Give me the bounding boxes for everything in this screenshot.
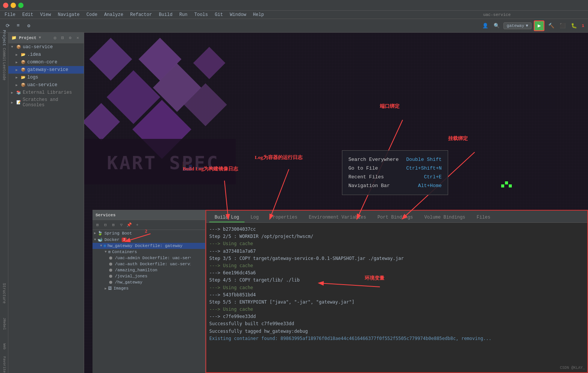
services-group-icon[interactable]: ⊞ — [110, 222, 117, 228]
shortcut-recent-key: Ctrl+E — [424, 174, 442, 180]
run-configuration[interactable]: gateway ▼ — [503, 22, 532, 29]
tree-idea[interactable]: ▶ 📂 .idea — [8, 51, 84, 58]
tree-root[interactable]: ▼ 📦 uac-service — [8, 43, 84, 51]
menu-build[interactable]: Build — [156, 11, 176, 18]
springboot-item[interactable]: ▶ 🍃 Spring Boot — [93, 230, 205, 236]
shortcut-goto-key: Ctrl+Shift+N — [406, 165, 442, 171]
tab-build-log[interactable]: Build Log — [209, 213, 245, 222]
menu-tools[interactable]: Tools — [191, 11, 211, 18]
services-collapse-icon[interactable]: ⊟ — [102, 222, 109, 228]
toolbar-build-icon[interactable]: 🔨 — [547, 21, 556, 30]
log-line-12: ---> c7fe99ee33dd — [209, 313, 584, 320]
tab-properties[interactable]: Properties — [265, 213, 303, 222]
uac-admin-item[interactable]: /uac-admin Dockerfile: uac-service/uac-s… — [93, 255, 205, 261]
scratch-arrow: ▶ — [10, 101, 14, 105]
shortcuts-popup: Search Everywhere Double Shift Go to Fil… — [342, 150, 448, 195]
services-pin-icon[interactable]: 📌 — [126, 222, 133, 228]
project-tab[interactable]: Project — [0, 34, 8, 42]
jovial-jones-item[interactable]: /jovial_jones — [93, 273, 205, 279]
commit-tab[interactable]: Commit — [0, 51, 8, 58]
tab-files[interactable]: Files — [471, 213, 495, 222]
uac-auth-item[interactable]: /uac-auth Dockerfile: uac-service/uac-se… — [93, 261, 205, 267]
menu-code[interactable]: Code — [83, 11, 100, 18]
structure-tab[interactable]: Structure — [0, 290, 8, 297]
services-content[interactable]: ▶ 🍃 Spring Boot ▼ 🐋 Docker 2 ▼ ⊞ — [93, 230, 205, 373]
shortcut-search-key: Double Shift — [406, 157, 442, 162]
leetcode-tab[interactable]: Leetcode — [0, 68, 8, 75]
services-expand-icon[interactable]: ⊞ — [94, 222, 101, 228]
editor-area: KART SPEC Search Everywhere Double Shift — [84, 33, 588, 373]
collapse-icon[interactable]: ⊟ — [60, 35, 66, 41]
search-icon[interactable]: 🔍 — [492, 21, 501, 30]
ext-arrow: ▶ — [10, 91, 14, 95]
shortcut-goto: Go to File Ctrl+Shift+N — [348, 164, 442, 173]
tree-gateway-service[interactable]: ▶ 📦 gateway-service — [8, 66, 84, 74]
services-add-icon[interactable]: + — [134, 222, 141, 228]
minimize-button[interactable] — [11, 3, 16, 8]
menu-view[interactable]: View — [37, 11, 54, 18]
images-label: Images — [113, 286, 129, 291]
services-panel: Services ⊞ ⊟ ⊞ ▽ 📌 + ▶ 🍃 Spring Boot — [93, 210, 205, 373]
favorites-tab[interactable]: Favorites — [0, 362, 8, 369]
jrebel-tab[interactable]: JRebel — [0, 320, 8, 327]
containers-section[interactable]: ▼ ⊞ Containers — [93, 249, 205, 255]
menu-refactor[interactable]: Refactor — [127, 11, 155, 18]
user-icon[interactable]: 👤 — [481, 21, 490, 30]
tree-scratches[interactable]: ▶ 📝 Scratches and Consoles — [8, 96, 84, 109]
menu-git[interactable]: Git — [212, 11, 226, 18]
menu-run[interactable]: Run — [176, 11, 191, 18]
tab-port-bindings[interactable]: Port Bindings — [372, 213, 419, 222]
shortcut-search: Search Everywhere Double Shift — [348, 155, 442, 164]
menu-edit[interactable]: Edit — [19, 11, 36, 18]
docker-label: Docker — [104, 238, 119, 242]
maximize-button[interactable] — [18, 3, 24, 8]
hw-gw-label: /hw_gateway — [115, 280, 143, 285]
tree-external-libs[interactable]: ▶ 📚 External Libraries — [8, 89, 84, 96]
uac-icon: 📦 — [20, 82, 26, 88]
hw-gateway-container-item[interactable]: /hw_gateway — [93, 279, 205, 285]
tree-uac-service[interactable]: ▶ 📦 uac-service — [8, 81, 84, 89]
locate-icon[interactable]: ◎ — [52, 35, 58, 41]
toolbar-stop-icon[interactable]: ⬛ — [558, 21, 567, 30]
log-line-16: Existing container found: 89863995af1897… — [209, 335, 584, 342]
menu-help[interactable]: Help — [250, 11, 267, 18]
docker-arrow: ▼ — [94, 238, 96, 242]
window-controls[interactable] — [3, 3, 24, 8]
scratches-label: Scratches and Consoles — [23, 97, 82, 108]
build-log-content[interactable]: ---> b273004037cc Step 2/5 : WORKDIR /op… — [206, 223, 587, 372]
uac-auth-label: /uac-auth Dockerfile: uac-service/uac-se… — [115, 262, 191, 266]
tab-log[interactable]: Log — [245, 213, 264, 222]
toolbar-right: 👤 🔍 gateway ▼ ▶ 🔨 ⬛ 🐛 1 — [481, 20, 585, 31]
menu-navigate[interactable]: Navigate — [55, 11, 83, 18]
services-filter-icon[interactable]: ▽ — [118, 222, 125, 228]
menu-file[interactable]: File — [2, 11, 19, 18]
menu-analyze[interactable]: Analyze — [101, 11, 126, 18]
tree-logs[interactable]: ▶ 📂 logs — [8, 74, 84, 81]
ext-label: External Libraries — [23, 90, 72, 95]
web-tab[interactable]: Web — [0, 343, 8, 350]
tree-common-core[interactable]: ▶ 📦 common-core — [8, 58, 84, 66]
uac-arrow: ▶ — [14, 83, 19, 87]
project-icon: 📁 — [11, 35, 17, 40]
toolbar-debug-icon[interactable]: 🐛 — [569, 21, 579, 30]
hw-arrow: ▼ — [100, 244, 102, 248]
toolbar-icon-3[interactable]: ⚙ — [24, 21, 33, 30]
close-button[interactable] — [3, 3, 8, 8]
images-section[interactable]: ▶ 🖼 Images — [93, 285, 205, 291]
close-panel-icon[interactable]: ✕ — [75, 35, 81, 41]
tab-env-vars[interactable]: Environment Variables — [303, 213, 371, 222]
settings-icon[interactable]: ⚙ — [67, 35, 73, 41]
docker-item[interactable]: ▼ 🐋 Docker 2 — [93, 236, 205, 243]
jovial-label: /jovial_jones — [115, 274, 147, 279]
menu-window[interactable]: Window — [227, 11, 249, 18]
amazing-hamilton-item[interactable]: /amazing_hamilton — [93, 267, 205, 273]
project-dropdown[interactable]: ▼ — [39, 36, 41, 40]
toolbar-icon-1[interactable]: ⟳ — [3, 21, 12, 30]
logs-icon: 📂 — [20, 74, 26, 80]
run-button[interactable]: ▶ — [534, 20, 544, 31]
tab-volume-bindings[interactable]: Volume Bindings — [419, 213, 470, 222]
toolbar-icon-2[interactable]: ≡ — [14, 21, 23, 30]
build-log-panel: Build Log Log Properties Environment Var… — [205, 210, 588, 373]
amazing-icon — [109, 269, 112, 272]
hw-gateway-item[interactable]: ▼ ⊞ hw_gateway Dockerfile: gateway-servi… — [93, 243, 205, 249]
